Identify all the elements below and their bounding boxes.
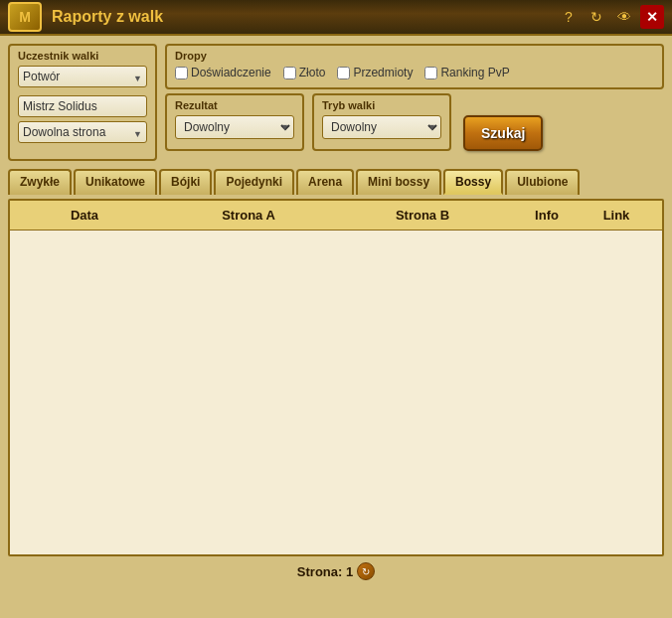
dropy-section: Dropy Doświadczenie Złoto Przedmioty (165, 44, 664, 151)
eye-button[interactable]: 👁 (612, 5, 636, 29)
table-body (10, 231, 662, 556)
checkbox-rankingpvp-input[interactable] (424, 67, 437, 79)
checkbox-doswiadczenie[interactable]: Doświadczenie (175, 66, 271, 79)
tab-ulubione[interactable]: Ulubione (505, 169, 580, 195)
tryb-box: Tryb walki Dowolny Normalny PvP (312, 93, 451, 151)
dropy-box: Dropy Doświadczenie Złoto Przedmioty (165, 44, 664, 89)
help-button[interactable]: ? (557, 5, 581, 29)
rezultat-select[interactable]: Dowolny Wygrana Przegrana Remis (175, 115, 294, 139)
checkbox-zloto-input[interactable] (283, 67, 296, 79)
uczestnik-box: Uczestnik walki Potwór Gracz Wszyscy Dow… (8, 44, 157, 161)
checkboxes-row: Doświadczenie Złoto Przedmioty Ranking P… (175, 66, 654, 79)
tab-bossy[interactable]: Bossy (443, 169, 503, 195)
tab-zwykle[interactable]: Zwykłe (8, 169, 72, 195)
rezultat-label: Rezultat (175, 99, 294, 111)
side-select[interactable]: Dowolna strona Strona A Strona B (18, 121, 147, 143)
title-bar: M Raporty z walk ? ↻ 👁 ✕ (0, 0, 672, 36)
tryb-label: Tryb walki (322, 99, 441, 111)
checkbox-przedmioty-label: Przedmioty (353, 66, 413, 79)
name-input[interactable] (18, 95, 147, 117)
monster-select[interactable]: Potwór Gracz Wszyscy (18, 66, 147, 87)
tab-arena[interactable]: Arena (296, 169, 354, 195)
tryb-select-wrapper: Dowolny Normalny PvP (322, 115, 441, 139)
checkbox-rankingpvp[interactable]: Ranking PvP (424, 66, 509, 79)
checkbox-przedmioty[interactable]: Przedmioty (337, 66, 413, 79)
main-content: Uczestnik walki Potwór Gracz Wszyscy Dow… (0, 36, 672, 618)
checkbox-zloto-label: Złoto (299, 66, 326, 79)
footer: Strona: 1 ↻ (8, 556, 664, 582)
app-logo: M (8, 2, 42, 32)
rezultat-box: Rezultat Dowolny Wygrana Przegrana Remis (165, 93, 304, 151)
tab-unikatowe[interactable]: Unikatowe (74, 169, 157, 195)
side-select-wrapper: Dowolna strona Strona A Strona B (18, 121, 147, 147)
tab-minibossy[interactable]: Mini bossy (356, 169, 441, 195)
table-container: Data Strona A Strona B Info Link (8, 199, 664, 556)
title-icon-group: ? ↻ 👁 ✕ (557, 5, 664, 29)
result-tryb-row: Rezultat Dowolny Wygrana Przegrana Remis… (165, 93, 664, 151)
checkbox-zloto[interactable]: Złoto (283, 66, 326, 79)
refresh-page-icon[interactable]: ↻ (357, 562, 375, 580)
header-strona-a: Strona A (159, 206, 338, 225)
uczestnik-label: Uczestnik walki (18, 50, 147, 62)
top-section: Uczestnik walki Potwór Gracz Wszyscy Dow… (8, 44, 664, 161)
dropy-label: Dropy (175, 50, 654, 62)
rezultat-select-wrapper: Dowolny Wygrana Przegrana Remis (175, 115, 294, 139)
refresh-button[interactable]: ↻ (585, 5, 608, 29)
tryb-select[interactable]: Dowolny Normalny PvP (322, 115, 441, 139)
header-strona-b: Strona B (338, 206, 507, 225)
header-link: Link (587, 206, 646, 225)
checkbox-rankingpvp-label: Ranking PvP (440, 66, 509, 79)
tab-bojki[interactable]: Bójki (159, 169, 212, 195)
checkbox-doswiadczenie-label: Doświadczenie (191, 66, 271, 79)
table-header: Data Strona A Strona B Info Link (10, 201, 662, 231)
checkbox-przedmioty-input[interactable] (337, 67, 350, 79)
close-button[interactable]: ✕ (640, 5, 664, 29)
header-data: Data (10, 206, 159, 225)
monster-select-wrapper: Potwór Gracz Wszyscy (18, 66, 147, 91)
window-title: Raporty z walk (52, 8, 557, 26)
tabs-row: Zwykłe Unikatowe Bójki Pojedynki Arena M… (8, 169, 664, 195)
header-info: Info (507, 206, 587, 225)
tab-pojedynki[interactable]: Pojedynki (214, 169, 294, 195)
checkbox-doswiadczenie-input[interactable] (175, 67, 188, 79)
szukaj-button[interactable]: Szukaj (463, 115, 543, 151)
page-info: Strona: 1 (297, 564, 353, 579)
